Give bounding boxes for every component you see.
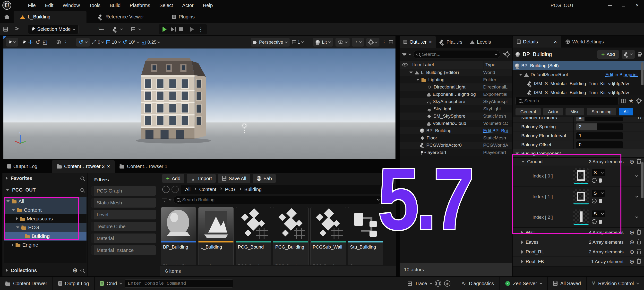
minimize-button[interactable] (603, 0, 617, 11)
outliner-row[interactable]: Lighting Folder (400, 76, 512, 83)
skip-icon[interactable] (190, 27, 194, 31)
trash-icon[interactable] (637, 251, 640, 254)
chip-misc[interactable]: Misc (566, 108, 584, 115)
add-element-icon[interactable]: ⊕ (630, 249, 634, 255)
menu-build[interactable]: Build (106, 1, 124, 10)
array-ground-header[interactable]: Ground 3 Array elements ⊕ (512, 158, 644, 166)
zen-server-dropdown[interactable]: ✓ Zen Server (500, 277, 548, 290)
filter-material[interactable]: Material (91, 234, 156, 243)
snapshot-icon[interactable]: ◉ (444, 280, 450, 287)
outliner-row[interactable]: L_Building (Editor) World (400, 69, 512, 76)
balcony-floor-interval-field[interactable]: 1 (576, 132, 623, 139)
mesh-select-dropdown[interactable]: S (592, 210, 605, 217)
scrollbar[interactable] (641, 162, 644, 198)
asset-pcg-bound[interactable]: PCG_Bound PCG Graph (236, 207, 271, 265)
array-eaves-header[interactable]: Eaves 2 Array elements ⊕ (512, 237, 644, 247)
component-row-ism[interactable]: ISM_S_Modular_Building_Trim_Kit_vdjhfg2d… (512, 88, 644, 95)
import-button[interactable]: ⭳ Import (187, 174, 216, 183)
menu-window[interactable]: Window (58, 1, 84, 10)
filter-pcg-graph[interactable]: PCG Graph (91, 186, 156, 196)
play-icon[interactable] (162, 27, 167, 32)
column-item-label[interactable]: Item Label (410, 62, 483, 67)
asset-l-building[interactable]: L_Building Level (198, 207, 234, 265)
menu-actor[interactable]: Actor (178, 1, 198, 10)
asset-bp-building[interactable]: BP_Building Blueprint Class (161, 207, 196, 265)
tab-levels[interactable]: Levels (466, 36, 495, 48)
visibility-column-icon[interactable] (402, 63, 408, 66)
menu-help[interactable]: Help (199, 1, 217, 10)
back-button[interactable]: ← (162, 186, 170, 193)
balcony-offset-field[interactable]: 0 (576, 141, 623, 148)
trash-icon[interactable] (637, 260, 640, 264)
search-icon[interactable] (80, 188, 84, 192)
filter-texture-cube[interactable]: Texture Cube (91, 222, 156, 231)
use-selected-icon[interactable]: ← (592, 178, 597, 183)
gear-icon[interactable] (505, 52, 510, 56)
save-icon[interactable] (4, 27, 8, 31)
close-icon[interactable]: × (554, 39, 557, 45)
filter-level[interactable]: Level (91, 210, 156, 219)
filter-material-instance[interactable]: Material Instance (91, 245, 156, 255)
component-view-dropdown[interactable] (622, 50, 635, 59)
add-element-icon[interactable]: ⊕ (630, 258, 634, 265)
stop-icon[interactable] (179, 27, 183, 31)
outliner-row[interactable]: SkyLight SkyLight (400, 105, 512, 113)
chevron-down-icon[interactable] (120, 27, 123, 30)
view-mode-dropdown[interactable]: Lit (313, 38, 333, 47)
outliner-search-input[interactable] (422, 52, 493, 57)
close-button[interactable]: × (630, 0, 644, 11)
output-log-button[interactable]: Output Log (53, 277, 95, 290)
scale-snap-dropdown[interactable]: ◱ 0.25 (142, 39, 160, 45)
content-search-box[interactable] (174, 196, 382, 204)
quad-view-icon[interactable] (389, 40, 393, 44)
mesh-thumbnail[interactable] (573, 168, 589, 184)
array-roof-rl-header[interactable]: Roof_RL 2 Array elements ⊕ (512, 247, 644, 257)
favorites-section[interactable]: Favorites (2, 173, 88, 184)
expand-chevron-icon[interactable] (635, 195, 638, 197)
tab-world-settings[interactable]: World Settings (561, 36, 608, 47)
crumb-pcg[interactable]: PCG (225, 187, 236, 192)
diagnostics-button[interactable]: ∿ Diagnostics (456, 277, 500, 290)
menu-select[interactable]: Select (156, 1, 177, 10)
chevron-down-icon[interactable] (168, 198, 171, 200)
display-grid-icon[interactable] (622, 99, 626, 103)
cmd-dropdown[interactable]: Cmd (95, 277, 238, 290)
scale-tool-icon[interactable]: ◱ (42, 39, 47, 45)
filter-icon[interactable] (402, 53, 406, 54)
light-sprite[interactable] (242, 124, 246, 128)
console-input-box[interactable] (124, 279, 233, 288)
menu-tools[interactable]: Tools (85, 1, 105, 10)
add-button[interactable]: + Add (162, 174, 184, 183)
crumb-content[interactable]: Content (199, 187, 216, 192)
add-element-icon[interactable]: ⊕ (630, 158, 634, 165)
mesh-thumbnail[interactable] (573, 209, 589, 225)
step-icon[interactable] (171, 27, 174, 31)
gear-icon[interactable] (637, 99, 641, 103)
fab-button[interactable]: FAB Fab (253, 174, 276, 183)
tab-level[interactable]: L_Building (14, 11, 86, 23)
tab-content-browser-1[interactable]: Content…rowser 1 (115, 160, 172, 173)
folder-megascans[interactable]: Megascans (4, 214, 86, 223)
folder-content[interactable]: Content (4, 206, 86, 214)
asset-pcg-building[interactable]: PCG_Building PCG Graph (273, 207, 308, 265)
lock-icon[interactable] (638, 54, 641, 56)
expand-chevron-icon[interactable] (635, 215, 638, 218)
close-icon[interactable]: × (429, 39, 432, 45)
kebab-icon[interactable]: ⋮ (382, 39, 386, 45)
performance-dropdown[interactable]: ◔ (352, 38, 364, 47)
mesh-select-dropdown[interactable]: S (592, 169, 605, 176)
viewport-3d[interactable]: z (4, 48, 396, 159)
move-tool-icon[interactable]: ✛ (28, 39, 33, 46)
transform-gizmo-dropdown[interactable] (6, 38, 18, 47)
cinematics-button[interactable] (131, 27, 135, 31)
blueprints-button[interactable] (113, 27, 117, 31)
chip-streaming[interactable]: Streaming (587, 108, 616, 115)
camera-speed-dropdown[interactable]: 1 (292, 39, 304, 45)
show-flags-dropdown[interactable] (336, 38, 350, 47)
browse-to-asset-icon[interactable] (599, 199, 602, 203)
folder-engine[interactable]: Engine (4, 241, 86, 249)
trash-icon[interactable] (637, 160, 640, 164)
details-search-box[interactable] (516, 97, 618, 105)
component-row-ism[interactable]: ISM_S_Modular_Building_Trim_Kit_vdjhfg2d… (512, 79, 644, 88)
trash-icon[interactable] (637, 231, 640, 235)
